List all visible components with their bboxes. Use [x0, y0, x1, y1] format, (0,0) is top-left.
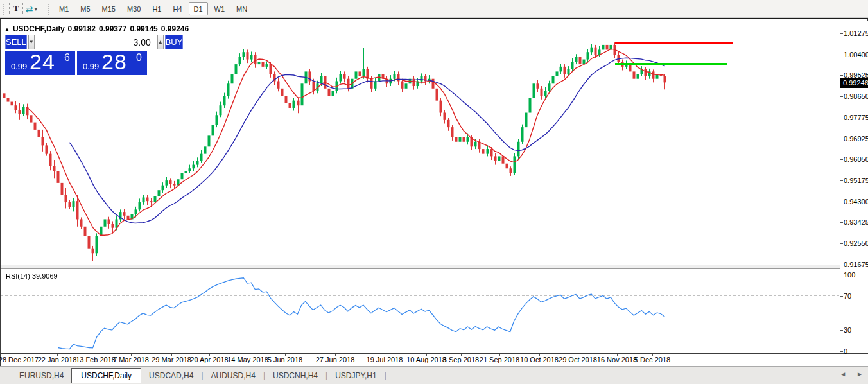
price-axis-label: 0.93425	[844, 218, 868, 226]
panel-splitter[interactable]	[1, 265, 868, 269]
toolbar-separator	[42, 2, 42, 16]
timeframe-button-m5[interactable]: M5	[75, 2, 95, 15]
ohlc-low: 0.99145	[130, 24, 157, 33]
price-axis-label: 1.01275	[844, 30, 868, 37]
timeframe-button-w1[interactable]: W1	[209, 2, 230, 15]
rsi-scale-label: 100	[844, 271, 855, 279]
ohlc-close: 0.99246	[161, 24, 189, 33]
timeframe-button-h4[interactable]: H4	[168, 2, 187, 15]
timeframe-button-m15[interactable]: M15	[97, 2, 121, 15]
price-axis-label: 0.96050	[844, 155, 868, 163]
price-axis[interactable]: 1.012751.004000.995250.986500.977750.969…	[840, 21, 868, 353]
buy-button[interactable]: BUY	[165, 35, 184, 49]
rsi-indicator-area[interactable]: RSI(14) 39.9069	[1, 269, 840, 353]
chart-tab-eurusd[interactable]: EURUSD,H4	[12, 369, 71, 383]
timeframe-button-m30[interactable]: M30	[122, 2, 146, 15]
timeframe-button-h1[interactable]: H1	[147, 2, 166, 15]
ohlc-open: 0.99182	[68, 24, 96, 33]
chart-tab-usdjpy[interactable]: USDJPY,H1	[327, 369, 384, 383]
price-axis-label: 0.98650	[844, 92, 868, 100]
volume-increase-button[interactable]: ▲	[157, 35, 164, 49]
price-axis-label: 0.97775	[844, 114, 868, 121]
price-axis-label: 1.00400	[844, 51, 868, 58]
toolbar-grip[interactable]	[47, 3, 51, 15]
top-toolbar: T ⇄ ▾ M1M5M15M30H1H4D1W1MN	[0, 0, 868, 18]
price-axis-label: 0.95175	[844, 177, 868, 184]
symbol-period-label: USDCHF,Daily	[13, 24, 65, 33]
price-axis-label: 0.91675	[844, 261, 868, 268]
chart-tab-usdchf[interactable]: USDCHF,Daily	[71, 368, 141, 383]
price-axis-label: 0.92550	[844, 240, 868, 247]
text-tool-icon[interactable]: T	[9, 3, 23, 15]
price-axis-label: 0.94300	[844, 198, 868, 205]
chart-tab-usdcnh[interactable]: USDCNH,H4	[265, 369, 326, 383]
time-axis[interactable]: 28 Dec 201722 Jan 201813 Feb 20187 Mar 2…	[1, 353, 868, 366]
rsi-scale-label: 70	[844, 292, 851, 300]
time-axis-label: 5 Dec 2018	[623, 356, 681, 363]
timeframe-group: M1M5M15M30H1H4D1W1MN	[53, 2, 253, 15]
price-axis-label: 0.96925	[844, 135, 868, 143]
toolbar-separator	[256, 2, 256, 16]
time-axis-label: 5 Jun 2018	[256, 356, 314, 363]
buy-price-prefix: 0.99	[83, 62, 99, 71]
sell-button[interactable]: SELL	[5, 35, 27, 49]
volume-decrease-button[interactable]: ▼	[28, 35, 35, 49]
one-click-trade-panel: SELL ▼ ▲ BUY 0.99 24 6 0.99 28 0	[5, 35, 147, 75]
sell-price-pip: 6	[64, 52, 70, 64]
tab-separator: |	[385, 371, 386, 380]
rsi-label: RSI(14) 39.9069	[6, 272, 58, 280]
timeframe-button-mn[interactable]: MN	[231, 2, 252, 15]
collapse-icon[interactable]: ▲	[4, 26, 10, 32]
chart-title: ▲ USDCHF,Daily 0.99182 0.99377 0.99145 0…	[4, 24, 189, 33]
toolbar-grip[interactable]	[2, 3, 6, 15]
ohlc-high: 0.99377	[99, 24, 126, 33]
buy-price-box[interactable]: 0.99 28 0	[77, 51, 147, 75]
chart-window: ▲ USDCHF,Daily 0.99182 0.99377 0.99145 0…	[0, 18, 868, 366]
sell-price-big: 24	[30, 49, 55, 74]
volume-input[interactable]	[35, 35, 157, 49]
chart-tab-audusd[interactable]: AUDUSD,H4	[204, 369, 263, 383]
timeframe-button-d1[interactable]: D1	[189, 2, 208, 15]
timeframe-button-m1[interactable]: M1	[54, 2, 74, 15]
sell-price-box[interactable]: 0.99 24 6	[5, 51, 75, 75]
buy-price-pip: 0	[136, 52, 142, 64]
tabs-scroll-right-icon[interactable]: ►	[856, 371, 863, 378]
tabs-scroll-left-icon[interactable]: ◄	[840, 371, 846, 378]
buy-price-big: 28	[101, 49, 127, 74]
rsi-scale-label: 30	[844, 326, 851, 334]
price-chart-area[interactable]: ▲ USDCHF,Daily 0.99182 0.99377 0.99145 0…	[1, 21, 840, 265]
current-price-tag: 0.99246	[840, 78, 868, 88]
objects-tool-button[interactable]: ⇄ ▾	[24, 2, 39, 16]
arrows-icon: ⇄	[26, 4, 33, 14]
sell-price-prefix: 0.99	[11, 62, 27, 71]
chart-tab-usdcad[interactable]: USDCAD,H4	[141, 369, 201, 383]
rsi-scale-label: 0	[844, 347, 847, 355]
rsi-canvas[interactable]	[1, 269, 840, 353]
chevron-down-icon: ▾	[35, 6, 38, 12]
chart-tabbar: EURUSD,H4USDCHF,DailyUSDCAD,H4|AUDUSD,H4…	[0, 366, 868, 384]
